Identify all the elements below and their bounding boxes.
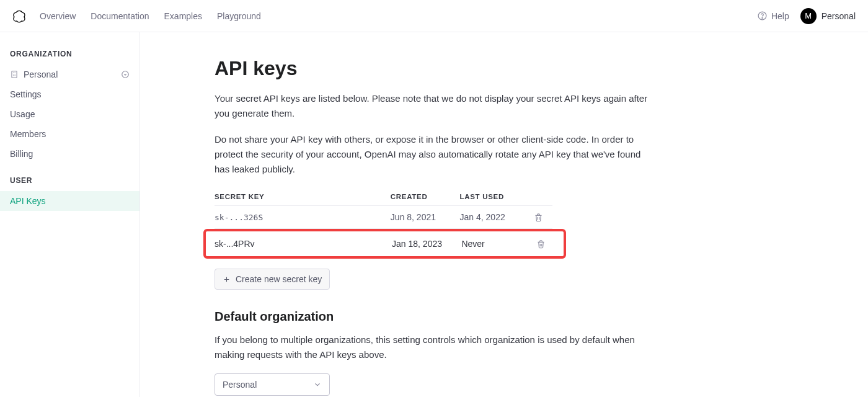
help-label: Help xyxy=(771,11,789,21)
sidebar-item-label: Settings xyxy=(10,89,42,99)
intro-paragraph-1: Your secret API keys are listed below. P… xyxy=(215,91,649,121)
cell-last-used: Jan 4, 2022 xyxy=(460,206,534,229)
plus-icon xyxy=(223,275,231,283)
avatar[interactable]: M xyxy=(800,8,817,24)
sidebar-item-label: API Keys xyxy=(10,196,46,206)
api-keys-table: SECRET KEY CREATED LAST USED sk-...326S … xyxy=(215,188,552,229)
svg-point-1 xyxy=(762,17,763,18)
building-icon xyxy=(10,70,19,79)
avatar-initial: M xyxy=(805,11,812,20)
svg-point-3 xyxy=(122,71,129,78)
sidebar-item-billing[interactable]: Billing xyxy=(0,144,140,164)
chevron-down-icon xyxy=(313,380,322,389)
default-org-text: If you belong to multiple organizations,… xyxy=(215,332,649,362)
create-button-label: Create new secret key xyxy=(236,274,322,284)
default-org-select[interactable]: Personal xyxy=(215,373,330,396)
help-link[interactable]: Help xyxy=(757,11,789,21)
page-title: API keys xyxy=(215,57,748,80)
cell-secret-key: sk-...326S xyxy=(215,206,391,229)
svg-rect-2 xyxy=(12,71,17,78)
col-last-used: LAST USED xyxy=(460,188,534,206)
sidebar-item-label: Usage xyxy=(10,109,35,119)
cell-created: Jan 18, 2023 xyxy=(392,231,461,256)
top-nav: Overview Documentation Examples Playgrou… xyxy=(40,11,261,21)
nav-documentation[interactable]: Documentation xyxy=(91,11,149,21)
nav-examples[interactable]: Examples xyxy=(164,11,202,21)
intro-paragraph-2: Do not share your API key with others, o… xyxy=(215,132,649,177)
sidebar-item-members[interactable]: Members xyxy=(0,124,140,144)
col-secret-key: SECRET KEY xyxy=(215,188,391,206)
sidebar-item-label: Billing xyxy=(10,149,33,159)
chevron-down-icon xyxy=(121,70,130,79)
default-org-heading: Default organization xyxy=(215,310,748,324)
cell-created: Jun 8, 2021 xyxy=(391,206,460,229)
sidebar-item-api-keys[interactable]: API Keys xyxy=(0,191,140,211)
table-row: sk-...4PRv Jan 18, 2023 Never xyxy=(215,231,555,256)
topbar: Overview Documentation Examples Playgrou… xyxy=(0,0,868,32)
table-row: sk-...326S Jun 8, 2021 Jan 4, 2022 xyxy=(215,206,552,229)
sidebar-org-label: ORGANIZATION xyxy=(0,50,140,65)
cell-secret-key: sk-...4PRv xyxy=(215,231,392,256)
sidebar-org-selector[interactable]: Personal xyxy=(0,65,140,84)
cell-last-used: Never xyxy=(461,231,536,256)
create-secret-key-button[interactable]: Create new secret key xyxy=(215,269,330,290)
sidebar-item-label: Members xyxy=(10,129,46,139)
sidebar-user-label: USER xyxy=(0,176,140,191)
main-content: API keys Your secret API keys are listed… xyxy=(140,32,822,397)
nav-playground[interactable]: Playground xyxy=(217,11,261,21)
col-created: CREATED xyxy=(391,188,460,206)
sidebar-org-name: Personal xyxy=(24,69,58,79)
trash-icon[interactable] xyxy=(534,213,552,222)
select-value: Personal xyxy=(223,380,257,390)
openai-logo-icon[interactable] xyxy=(12,9,26,23)
sidebar-item-settings[interactable]: Settings xyxy=(0,84,140,104)
trash-icon[interactable] xyxy=(536,239,555,249)
highlighted-row: sk-...4PRv Jan 18, 2023 Never xyxy=(203,229,566,259)
sidebar-item-usage[interactable]: Usage xyxy=(0,104,140,124)
nav-overview[interactable]: Overview xyxy=(40,11,76,21)
sidebar: ORGANIZATION Personal Settings Usage Mem… xyxy=(0,32,140,397)
account-name[interactable]: Personal xyxy=(822,11,856,21)
help-icon xyxy=(757,11,768,21)
